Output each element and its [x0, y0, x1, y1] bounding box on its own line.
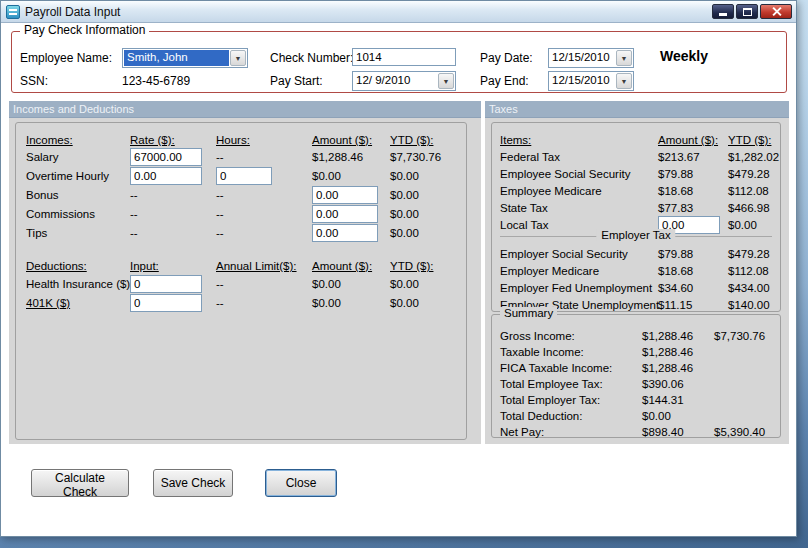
employee-name-dropdown-button[interactable]: ▼	[230, 50, 246, 66]
amount-cell: $1,288.46	[642, 362, 714, 374]
tax-label: Employee Medicare	[500, 185, 658, 197]
amount-col-header: Amount ($):	[658, 134, 728, 146]
amount-cell: $898.40	[642, 426, 714, 438]
pay-end-dropdown-button[interactable]: ▼	[616, 73, 632, 89]
pay-end-picker[interactable]: 12/15/2010 ▼	[548, 71, 634, 91]
maximize-button[interactable]	[736, 4, 758, 19]
overtime-hours-input[interactable]	[216, 167, 272, 185]
tax-row-employee-ss: Employee Social Security $79.88 $479.28	[500, 165, 776, 183]
deductions-col-header: Deductions:	[26, 260, 130, 272]
ytd-col-header: YTD ($):	[390, 260, 460, 272]
tax-label: Employer Social Security	[500, 248, 658, 260]
close-button[interactable]: Close	[265, 469, 337, 497]
ytd-cell: $7,730.76	[390, 151, 460, 163]
income-label: Commissions	[26, 208, 130, 220]
incomes-header-row: Incomes: Rate ($): Hours: Amount ($): YT…	[26, 131, 460, 149]
deductions-header-row: Deductions: Input: Annual Limit($): Amou…	[26, 257, 460, 275]
summary-label: Total Deduction:	[500, 410, 642, 422]
401k-link[interactable]: 401K ($)	[26, 297, 130, 309]
deduction-row-401k: 401K ($) -- $0.00 $0.00	[26, 294, 460, 312]
amount-col-header: Amount ($):	[312, 134, 390, 146]
hours-col-header: Hours:	[216, 134, 312, 146]
hours-cell: --	[216, 227, 312, 239]
close-window-button[interactable]	[760, 4, 792, 19]
amount-cell: $1,288.46	[312, 151, 390, 163]
amount-cell: $0.00	[312, 170, 390, 182]
ytd-col-header: YTD ($):	[390, 134, 460, 146]
input-col-header: Input:	[130, 260, 216, 272]
pay-date-picker[interactable]: 12/15/2010 ▼	[548, 48, 634, 68]
deduction-row-health-insurance: Health Insurance ($) -- $0.00 $0.00	[26, 275, 460, 293]
ytd-cell: $1,282.02	[728, 151, 779, 163]
income-label: Tips	[26, 227, 130, 239]
bonus-amount-input[interactable]	[312, 186, 378, 204]
deduction-label: Health Insurance ($)	[26, 278, 130, 290]
payroll-window: Payroll Data Input Pay Check Information…	[0, 0, 797, 537]
save-check-button[interactable]: Save Check	[153, 469, 233, 497]
amount-cell: $18.68	[658, 185, 728, 197]
income-label: Bonus	[26, 189, 130, 201]
summary-label: FICA Taxable Income:	[500, 362, 642, 374]
pay-start-picker[interactable]: 12/ 9/2010 ▼	[352, 71, 456, 91]
hours-cell	[216, 167, 312, 185]
amount-cell: $144.31	[642, 394, 714, 406]
summary-label: Net Pay:	[500, 426, 642, 438]
amount-cell: $1,288.46	[642, 346, 714, 358]
pay-start-value: 12/ 9/2010	[353, 72, 437, 90]
amount-cell	[312, 224, 390, 242]
ytd-cell: $112.08	[728, 265, 776, 277]
window-title: Payroll Data Input	[25, 5, 120, 19]
close-icon	[772, 7, 781, 16]
commissions-amount-input[interactable]	[312, 205, 378, 223]
amount-cell: $0.00	[642, 410, 714, 422]
401k-input[interactable]	[130, 294, 202, 312]
tips-amount-input[interactable]	[312, 224, 378, 242]
summary-row-net-pay: Net Pay: $898.40 $5,390.40	[500, 423, 776, 441]
minimize-icon	[719, 13, 727, 16]
amount-cell: $11.15	[658, 299, 728, 311]
employee-name-label: Employee Name:	[20, 51, 112, 65]
employee-name-combo[interactable]: Smith, John ▼	[122, 48, 248, 68]
rate-cell: --	[130, 208, 216, 220]
calculate-check-button[interactable]: Calculate Check	[31, 469, 129, 497]
summary-group-label: Summary	[500, 307, 557, 319]
maximize-icon	[743, 8, 752, 16]
tax-row-state: State Tax $77.83 $466.98	[500, 199, 776, 217]
tax-row-employer-fed-unemployment: Employer Fed Unemployment $34.60 $434.00	[500, 279, 776, 297]
pay-start-dropdown-button[interactable]: ▼	[438, 73, 454, 89]
minimize-button[interactable]	[712, 4, 734, 19]
pay-end-value: 12/15/2010	[549, 72, 615, 90]
amount-cell: $1,288.46	[642, 330, 714, 342]
income-row-commissions: Commissions -- -- $0.00	[26, 205, 460, 223]
paycheck-info-group-label: Pay Check Information	[20, 23, 149, 37]
items-col-header: Items:	[500, 134, 658, 146]
hours-cell: --	[216, 189, 312, 201]
summary-label: Gross Income:	[500, 330, 642, 342]
ytd-cell: $140.00	[728, 299, 776, 311]
employer-tax-divider: Employer Tax	[500, 236, 772, 237]
summary-groupbox: Summary Gross Income: $1,288.46 $7,730.7…	[491, 314, 781, 438]
income-label: Salary	[26, 151, 130, 163]
pay-date-value: 12/15/2010	[549, 49, 615, 67]
check-number-label: Check Number:	[270, 51, 353, 65]
desktop-background: Payroll Data Input Pay Check Information…	[0, 0, 808, 548]
tax-label: Employer Medicare	[500, 265, 658, 277]
tax-row-employer-medicare: Employer Medicare $18.68 $112.08	[500, 262, 776, 280]
ytd-cell: $0.00	[390, 170, 460, 182]
overtime-rate-input[interactable]	[130, 167, 202, 185]
ytd-cell: $5,390.40	[714, 426, 776, 438]
pay-frequency-label: Weekly	[660, 48, 708, 64]
incomes-deductions-groupbox: Incomes: Rate ($): Hours: Amount ($): YT…	[15, 122, 467, 440]
amount-cell: $390.06	[642, 378, 714, 390]
salary-rate-input[interactable]	[130, 148, 202, 166]
titlebar[interactable]: Payroll Data Input	[1, 1, 796, 23]
pay-end-label: Pay End:	[480, 74, 529, 88]
tax-row-federal: Federal Tax $213.67 $1,282.02	[500, 148, 776, 166]
ytd-cell: $0.00	[390, 189, 460, 201]
tax-row-employer-ss: Employer Social Security $79.88 $479.28	[500, 245, 776, 263]
tax-row-employee-medicare: Employee Medicare $18.68 $112.08	[500, 182, 776, 200]
health-insurance-input[interactable]	[130, 275, 202, 293]
check-number-input[interactable]	[352, 48, 456, 66]
pay-date-dropdown-button[interactable]: ▼	[616, 50, 632, 66]
dropdown-arrow-icon: ▼	[621, 55, 628, 62]
